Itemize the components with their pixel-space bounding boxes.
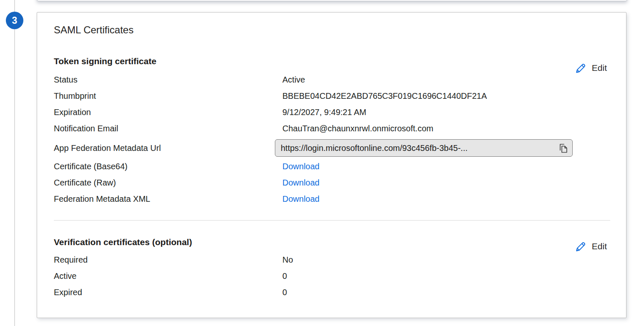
row-label: Expired [54, 287, 282, 298]
row-label: Notification Email [54, 123, 282, 134]
metadata-url-text: https://login.microsoftonline.com/93c456… [281, 143, 555, 153]
expiration-row: Expiration 9/12/2027, 9:49:21 AM [54, 107, 610, 118]
federation-metadata-xml-row: Federation Metadata XML Download [54, 193, 610, 204]
row-label: Required [54, 254, 282, 265]
row-value: Active [282, 74, 305, 85]
card-title: SAML Certificates [54, 23, 610, 37]
certificate-base64-row: Certificate (Base64) Download [54, 161, 610, 172]
step-connector-line [14, 0, 15, 326]
metadata-url-row: App Federation Metadata Url https://logi… [54, 139, 610, 157]
copy-icon [558, 143, 569, 154]
edit-button-label: Edit [592, 241, 607, 251]
required-row: Required No [54, 254, 610, 265]
download-certificate-raw-link[interactable]: Download [282, 177, 319, 188]
row-value: No [282, 254, 293, 265]
verification-rows: Required No Active 0 Expired 0 [54, 254, 610, 298]
certificate-raw-row: Certificate (Raw) Download [54, 177, 610, 188]
row-label: Federation Metadata XML [54, 193, 282, 204]
row-value: 0 [282, 271, 287, 281]
row-label: Expiration [54, 107, 282, 118]
row-label: Certificate (Base64) [54, 161, 282, 172]
pencil-icon [574, 240, 586, 253]
pencil-icon [574, 62, 586, 74]
row-label: Status [54, 74, 282, 85]
row-label: Active [54, 271, 282, 281]
active-count-row: Active 0 [54, 271, 610, 281]
row-value: 0 [282, 287, 287, 298]
row-value: ChauTran@chaunxnrwl.onmicrosoft.com [282, 123, 433, 134]
notification-email-row: Notification Email ChauTran@chaunxnrwl.o… [54, 123, 610, 134]
previous-section-card-edge [37, 0, 627, 1]
row-value: 9/12/2027, 9:49:21 AM [282, 107, 366, 118]
download-federation-metadata-link[interactable]: Download [282, 193, 319, 204]
row-value: BBEBE04CD42E2ABD765C3F019C1696C1440DF21A [282, 90, 487, 101]
metadata-url-box[interactable]: https://login.microsoftonline.com/93c456… [275, 139, 573, 157]
step-number-badge: 3 [6, 12, 23, 29]
copy-button[interactable] [558, 143, 569, 154]
thumbprint-row: Thumbprint BBEBE04CD42E2ABD765C3F019C169… [54, 90, 610, 101]
saml-certificates-card: SAML Certificates Token signing certific… [37, 12, 626, 318]
download-certificate-base64-link[interactable]: Download [282, 161, 319, 172]
edit-verification-button[interactable]: Edit [574, 240, 607, 253]
verification-certificates-heading: Verification certificates (optional) [54, 236, 610, 248]
row-label: Thumbprint [54, 90, 282, 101]
section-divider [54, 220, 610, 221]
step-number: 3 [12, 15, 18, 26]
token-signing-rows: Status Active Thumbprint BBEBE04CD42E2AB… [54, 74, 610, 204]
edit-token-signing-button[interactable]: Edit [574, 62, 607, 74]
edit-button-label: Edit [592, 63, 607, 73]
status-row: Status Active [54, 74, 610, 85]
row-label: Certificate (Raw) [54, 177, 282, 188]
token-signing-heading: Token signing certificate [54, 55, 610, 67]
expired-count-row: Expired 0 [54, 287, 610, 298]
row-label: App Federation Metadata Url [54, 143, 282, 153]
